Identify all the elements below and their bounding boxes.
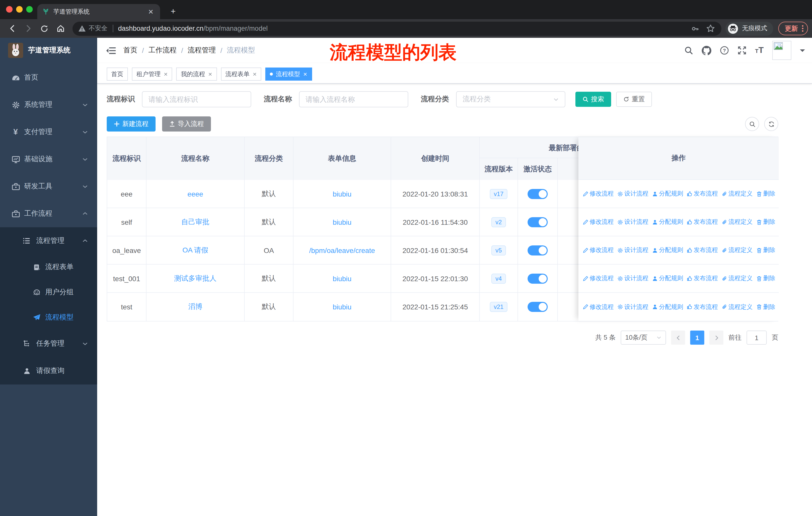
form-info-link[interactable]: biubiu: [333, 303, 352, 311]
forward-icon[interactable]: [22, 22, 35, 35]
active-toggle[interactable]: [528, 302, 548, 312]
bookmark-star-icon[interactable]: [706, 24, 715, 33]
process-name-link[interactable]: eeee: [187, 190, 203, 198]
close-tag-icon[interactable]: ✕: [253, 71, 257, 77]
sidebar-item-workflow[interactable]: 工作流程: [0, 200, 97, 227]
version-tag[interactable]: v4: [491, 274, 506, 284]
form-info-link[interactable]: biubiu: [333, 275, 352, 283]
breadcrumb-workflow[interactable]: 工作流程: [148, 46, 177, 55]
toggle-search-icon[interactable]: [745, 117, 759, 131]
sidebar-item-process-model[interactable]: 流程模型: [0, 305, 97, 330]
active-toggle[interactable]: [528, 217, 548, 227]
chrome-menu-icon[interactable]: [802, 25, 804, 32]
design-process-link[interactable]: 设计流程: [617, 189, 648, 198]
modify-process-link[interactable]: 修改流程: [582, 246, 614, 254]
close-tag-icon[interactable]: ✕: [164, 71, 168, 77]
tab-close-icon[interactable]: ✕: [146, 8, 155, 16]
maximize-window-button[interactable]: [26, 6, 33, 12]
assign-rule-link[interactable]: 分配规则: [652, 274, 683, 283]
publish-process-link[interactable]: 发布流程: [687, 303, 718, 311]
active-toggle[interactable]: [528, 274, 548, 284]
sidebar-item-payment[interactable]: ¥ 支付管理: [0, 118, 97, 146]
refresh-table-icon[interactable]: [764, 117, 778, 131]
password-key-icon[interactable]: [691, 24, 699, 32]
publish-process-link[interactable]: 发布流程: [687, 246, 718, 254]
delete-link[interactable]: 删除: [756, 303, 775, 311]
tag-tenant[interactable]: 租户管理✕: [132, 67, 172, 81]
process-definition-link[interactable]: 流程定义: [721, 303, 753, 311]
process-name-input[interactable]: [299, 91, 408, 107]
assign-rule-link[interactable]: 分配规则: [652, 189, 683, 198]
font-size-icon[interactable]: TT: [755, 45, 764, 55]
avatar-caret-icon[interactable]: [800, 49, 805, 54]
modify-process-link[interactable]: 修改流程: [582, 274, 614, 283]
close-window-button[interactable]: [6, 6, 12, 12]
reload-icon[interactable]: [38, 22, 51, 35]
version-tag[interactable]: v2: [491, 217, 506, 227]
new-tab-button[interactable]: +: [168, 6, 178, 17]
design-process-link[interactable]: 设计流程: [617, 218, 648, 226]
sidebar-item-process-mgmt[interactable]: 流程管理: [0, 227, 97, 254]
search-button[interactable]: 搜索: [575, 92, 611, 107]
page-size-select[interactable]: 10条/页: [621, 331, 666, 345]
goto-page-input[interactable]: [747, 331, 767, 345]
form-info-link[interactable]: /bpm/oa/leave/create: [309, 246, 375, 254]
breadcrumb-home[interactable]: 首页: [123, 46, 138, 55]
address-bar[interactable]: 不安全 dashboard.yudao.iocoder.cn /bpm/mana…: [72, 21, 721, 35]
create-process-button[interactable]: 新建流程: [107, 116, 155, 132]
sidebar-item-process-form[interactable]: 流程表单: [0, 254, 97, 280]
delete-link[interactable]: 删除: [756, 218, 775, 226]
back-icon[interactable]: [5, 22, 19, 35]
process-definition-link[interactable]: 流程定义: [721, 246, 753, 254]
process-name-link[interactable]: 滔博: [188, 302, 202, 311]
reset-button[interactable]: 重置: [616, 92, 652, 107]
process-category-select[interactable]: 流程分类: [456, 91, 565, 107]
publish-process-link[interactable]: 发布流程: [687, 218, 718, 226]
design-process-link[interactable]: 设计流程: [617, 246, 648, 254]
close-tag-icon[interactable]: ✕: [303, 71, 307, 77]
version-tag[interactable]: v17: [490, 189, 508, 199]
help-icon[interactable]: ?: [720, 46, 729, 55]
assign-rule-link[interactable]: 分配规则: [652, 218, 683, 226]
process-name-link[interactable]: OA 请假: [182, 246, 208, 255]
modify-process-link[interactable]: 修改流程: [582, 303, 614, 311]
sidebar-toggle-icon[interactable]: [103, 43, 118, 58]
design-process-link[interactable]: 设计流程: [617, 274, 648, 283]
tag-process-model[interactable]: 流程模型✕: [265, 67, 312, 81]
delete-link[interactable]: 删除: [756, 246, 775, 254]
active-toggle[interactable]: [528, 189, 548, 199]
design-process-link[interactable]: 设计流程: [617, 303, 648, 311]
fullscreen-icon[interactable]: [737, 46, 747, 55]
active-toggle[interactable]: [528, 245, 548, 255]
sidebar-item-task-mgmt[interactable]: 任务管理: [0, 330, 97, 357]
sidebar-item-system[interactable]: 系统管理: [0, 91, 97, 118]
tag-process-form[interactable]: 流程表单✕: [221, 67, 262, 81]
process-definition-link[interactable]: 流程定义: [721, 274, 753, 283]
avatar[interactable]: [772, 41, 791, 60]
sidebar-item-leave-query[interactable]: 请假查询: [0, 357, 97, 384]
minimize-window-button[interactable]: [16, 6, 23, 12]
browser-tab[interactable]: 芋道管理系统 ✕: [37, 4, 160, 19]
search-icon[interactable]: [684, 46, 693, 55]
delete-link[interactable]: 删除: [756, 274, 775, 283]
process-definition-link[interactable]: 流程定义: [721, 189, 753, 198]
next-page-button[interactable]: [709, 331, 723, 345]
close-tag-icon[interactable]: ✕: [208, 71, 212, 77]
home-icon[interactable]: [54, 22, 67, 35]
version-tag[interactable]: v21: [490, 302, 508, 312]
publish-process-link[interactable]: 发布流程: [687, 274, 718, 283]
current-page[interactable]: 1: [690, 331, 704, 345]
assign-rule-link[interactable]: 分配规则: [652, 303, 683, 311]
version-tag[interactable]: v5: [491, 245, 506, 255]
form-info-link[interactable]: biubiu: [333, 218, 352, 226]
tag-my-process[interactable]: 我的流程✕: [176, 67, 217, 81]
security-label[interactable]: 不安全: [89, 24, 108, 33]
breadcrumb-process-mgmt[interactable]: 流程管理: [188, 46, 216, 55]
publish-process-link[interactable]: 发布流程: [687, 189, 718, 198]
prev-page-button[interactable]: [671, 331, 685, 345]
assign-rule-link[interactable]: 分配规则: [652, 246, 683, 254]
modify-process-link[interactable]: 修改流程: [582, 189, 614, 198]
sidebar-item-home[interactable]: 首页: [0, 64, 97, 91]
form-info-link[interactable]: biubiu: [333, 190, 352, 198]
sidebar-item-infrastructure[interactable]: 基础设施: [0, 146, 97, 173]
